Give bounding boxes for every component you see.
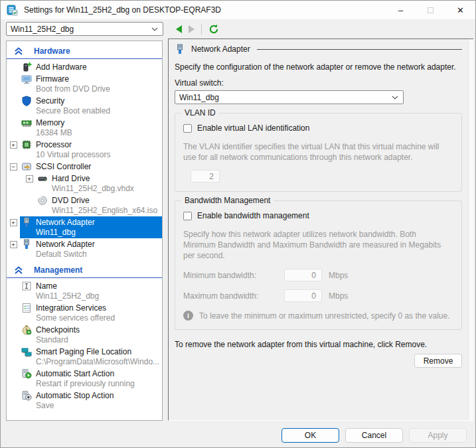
tree-item-sublabel: Standard — [21, 335, 162, 345]
expand-icon[interactable]: + — [26, 175, 33, 183]
tree-item-sublabel: Some services offered — [21, 313, 162, 323]
tree-item-checkpoints[interactable]: CheckpointsStandard — [7, 324, 162, 346]
tree-item-sublabel: Win11_25H2_English_x64.iso — [37, 206, 162, 216]
expand-icon[interactable]: + — [10, 241, 17, 248]
tree-item-label: Security — [36, 96, 64, 106]
tree-item-sublabel: Secure Boot enabled — [21, 106, 162, 116]
section-header-management[interactable]: Management — [7, 263, 162, 278]
tree-item-sublabel: Restart if previously running — [21, 379, 162, 389]
settings-window: Settings for Win11_25H2_dbg on DESKTOP-E… — [0, 0, 476, 448]
navigate-forward-button — [189, 25, 195, 33]
virtual-switch-value: Win11_dbg — [175, 93, 392, 102]
remove-button[interactable]: Remove — [414, 354, 462, 368]
tree-item-auto-stop[interactable]: Automatic Stop ActionSave — [7, 390, 162, 411]
refresh-icon[interactable] — [208, 24, 219, 35]
min-bandwidth-input[interactable]: 0 — [284, 269, 322, 281]
scsi-controller-icon — [21, 161, 32, 172]
dvd-drive-icon — [37, 195, 48, 206]
window-title: Settings for Win11_25H2_dbg on DESKTOP-E… — [24, 5, 221, 15]
tree-item-hard-drive[interactable]: +Hard DriveWin11_25H2_dbg.vhdx — [23, 173, 162, 194]
tree-item-security[interactable]: SecuritySecure Boot enabled — [7, 95, 162, 117]
tree-item-sublabel: Boot from DVD Drive — [21, 84, 162, 94]
title-bar: Settings for Win11_25H2_dbg on DESKTOP-E… — [1, 1, 475, 19]
tree-item-label: Automatic Start Action — [36, 369, 114, 378]
chevron-double-up-icon — [13, 46, 24, 56]
tree-item-add-hardware[interactable]: Add Hardware — [7, 61, 162, 73]
bandwidth-description: Specify how this network adapter utilize… — [183, 229, 453, 261]
collapse-icon[interactable]: − — [10, 163, 17, 171]
pane-scrollbar-track[interactable] — [469, 39, 473, 420]
security-icon — [21, 96, 32, 106]
network-adapter-icon — [175, 44, 185, 54]
tree-item-sublabel: Win11_25H2_dbg — [21, 291, 162, 301]
auto-stop-icon — [21, 390, 32, 401]
chevron-down-icon — [392, 96, 398, 100]
vlan-group-title: VLAN ID — [181, 108, 219, 117]
pane-title-rule — [257, 49, 462, 50]
min-bandwidth-unit: Mbps — [329, 271, 348, 280]
enable-bandwidth-label: Enable bandwidth management — [197, 211, 309, 220]
enable-vlan-checkbox[interactable] — [183, 124, 192, 133]
firmware-icon — [21, 74, 32, 84]
checkpoints-icon — [21, 325, 32, 335]
vlan-id-input[interactable]: 2 — [191, 170, 220, 183]
apply-button[interactable]: Apply — [409, 428, 467, 443]
settings-detail-pane: Network Adapter Specify the configuratio… — [168, 38, 473, 421]
tree-item-firmware[interactable]: FirmwareBoot from DVD Drive — [7, 73, 162, 95]
tree-item-integration-services[interactable]: Integration ServicesSome services offere… — [7, 302, 162, 324]
vm-selector-dropdown[interactable]: Win11_25H2_dbg — [6, 22, 163, 36]
bandwidth-note: To leave the minimum or maximum unrestri… — [199, 311, 449, 321]
name-icon — [21, 281, 32, 291]
tree-item-memory[interactable]: Memory16384 MB — [7, 117, 162, 139]
max-bandwidth-label: Maximum bandwidth: — [183, 291, 284, 301]
info-icon: i — [183, 311, 193, 321]
tree-item-sublabel: C:\ProgramData\Microsoft\Windo... — [21, 357, 162, 367]
tree-item-label: Network Adapter — [36, 218, 95, 227]
remove-instruction-text: To remove the network adapter from this … — [175, 340, 462, 349]
minimize-button[interactable]: – — [386, 1, 416, 19]
tree-item-label: Automatic Stop Action — [36, 391, 114, 400]
tree-item-name[interactable]: NameWin11_25H2_dbg — [7, 280, 162, 302]
pane-title: Network Adapter — [191, 44, 250, 54]
chevron-double-up-icon — [13, 265, 24, 275]
navigate-back-button[interactable] — [176, 25, 182, 33]
auto-start-icon — [21, 368, 32, 379]
tree-item-network-adapter[interactable]: +Network AdapterWin11_dbg — [7, 216, 162, 238]
network-adapter-icon — [21, 239, 32, 250]
expand-icon[interactable]: + — [10, 219, 17, 226]
chevron-down-icon — [151, 27, 158, 31]
tree-item-network-adapter[interactable]: +Network AdapterDefault Switch — [7, 238, 162, 260]
vm-selector-value: Win11_25H2_dbg — [7, 25, 151, 34]
integration-services-icon — [21, 303, 32, 313]
section-header-hardware[interactable]: Hardware — [7, 44, 162, 59]
ok-button[interactable]: OK — [281, 428, 339, 443]
tree-item-dvd-drive[interactable]: DVD DriveWin11_25H2_English_x64.iso — [23, 194, 162, 216]
expand-icon[interactable]: + — [10, 141, 17, 149]
section-label: Hardware — [34, 46, 70, 56]
maximize-icon — [428, 7, 434, 13]
max-bandwidth-input[interactable]: 0 — [284, 289, 322, 302]
min-bandwidth-label: Minimum bandwidth: — [183, 271, 284, 280]
tree-item-label: Processor — [36, 140, 72, 149]
toolbar-separator — [201, 24, 202, 35]
virtual-switch-label: Virtual switch: — [175, 78, 462, 88]
virtual-switch-dropdown[interactable]: Win11_dbg — [175, 90, 404, 104]
tree-item-smart-paging[interactable]: Smart Paging File LocationC:\ProgramData… — [7, 346, 162, 368]
tree-item-scsi-controller[interactable]: −SCSI Controller — [7, 161, 162, 173]
enable-bandwidth-checkbox[interactable] — [183, 212, 192, 220]
enable-vlan-label: Enable virtual LAN identification — [197, 123, 309, 133]
memory-icon — [21, 117, 32, 128]
bandwidth-group-title: Bandwidth Management — [181, 196, 274, 205]
network-adapter-icon — [21, 217, 32, 228]
tree-item-sublabel: Default Switch — [21, 250, 162, 260]
tree-item-processor[interactable]: +Processor10 Virtual processors — [7, 139, 162, 161]
close-button[interactable]: ✕ — [445, 1, 475, 19]
tree-item-sublabel: Save — [21, 401, 162, 411]
section-label: Management — [34, 265, 82, 275]
tree-item-sublabel: 16384 MB — [21, 128, 162, 138]
tree-item-label: Checkpoints — [36, 325, 80, 335]
tree-item-label: Firmware — [36, 74, 69, 84]
tree-item-auto-start[interactable]: Automatic Start ActionRestart if previou… — [7, 368, 162, 390]
smart-paging-icon — [21, 346, 32, 357]
cancel-button[interactable]: Cancel — [345, 428, 403, 443]
